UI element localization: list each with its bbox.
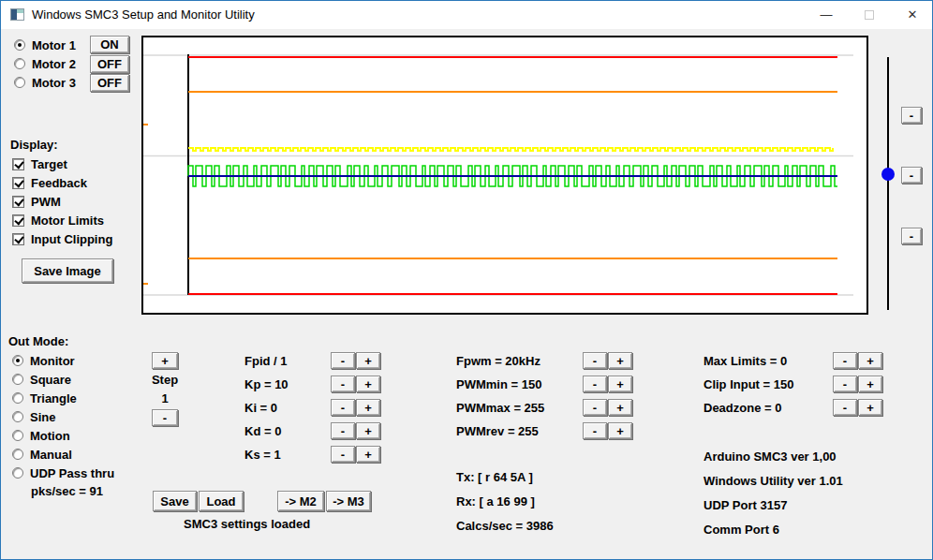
clip-input-plus-button[interactable]: + bbox=[858, 376, 882, 392]
motor2-row: Motor 2 bbox=[14, 55, 76, 72]
pwmmax-minus-button[interactable]: - bbox=[583, 399, 607, 416]
input-clipping-checkbox[interactable] bbox=[12, 233, 24, 245]
motor3-radio[interactable] bbox=[14, 77, 25, 88]
ki-plus-button[interactable]: + bbox=[356, 399, 380, 416]
kp-label: Kp = 10 bbox=[244, 377, 289, 392]
comm-port: Comm Port 6 bbox=[703, 523, 779, 538]
minimize-button[interactable]: — bbox=[805, 1, 848, 28]
out-mode-square: Square bbox=[12, 371, 71, 388]
kp-minus-button[interactable]: - bbox=[331, 376, 355, 392]
motor1-row: Motor 1 bbox=[14, 37, 76, 53]
motor2-label: Motor 2 bbox=[32, 57, 76, 71]
triangle-radio[interactable] bbox=[12, 392, 23, 404]
target-slider-track bbox=[887, 57, 889, 310]
feedback-checkbox[interactable] bbox=[12, 177, 24, 189]
kd-plus-button[interactable]: + bbox=[356, 422, 380, 439]
clip-input-label: Clip Input = 150 bbox=[703, 377, 793, 392]
triangle-label: Triangle bbox=[30, 391, 77, 405]
display-option-motor-limits: Motor Limits bbox=[12, 212, 104, 228]
clip-input-minus-button[interactable]: - bbox=[833, 376, 857, 392]
manual-radio[interactable] bbox=[12, 449, 23, 460]
deadzone-minus-button[interactable]: - bbox=[833, 399, 857, 416]
sine-radio[interactable] bbox=[12, 411, 23, 422]
rx-status: Rx: [ a 16 99 ] bbox=[456, 494, 535, 509]
pwmrev-label: PWMrev = 255 bbox=[456, 424, 539, 439]
slider-middle-minus-button[interactable]: - bbox=[901, 167, 922, 184]
step-minus-button[interactable]: - bbox=[152, 409, 178, 426]
packets-per-sec: pks/sec = 91 bbox=[31, 484, 103, 499]
udp-pass-thru-label: UDP Pass thru bbox=[30, 466, 114, 480]
fpid-minus-button[interactable]: - bbox=[331, 352, 355, 369]
arduino-version: Arduino SMC3 ver 1,00 bbox=[703, 449, 837, 464]
load-button[interactable]: Load bbox=[199, 491, 244, 511]
target-checkbox[interactable] bbox=[12, 158, 24, 170]
motor3-power-button[interactable]: OFF bbox=[90, 74, 129, 92]
udp-pass-thru-radio[interactable] bbox=[12, 467, 23, 479]
step-label: Step bbox=[148, 373, 182, 388]
feedback-label: Feedback bbox=[31, 176, 87, 190]
pwm-checkbox[interactable] bbox=[12, 196, 24, 208]
pwmrev-plus-button[interactable]: + bbox=[608, 422, 632, 439]
settings-status: SMC3 settings loaded bbox=[184, 517, 310, 532]
monitor-label: Monitor bbox=[30, 354, 75, 368]
calcs-per-sec: Calcs/sec = 3986 bbox=[456, 519, 554, 534]
ks-plus-button[interactable]: + bbox=[356, 446, 380, 463]
motor1-radio[interactable] bbox=[14, 39, 25, 51]
pwmrev-minus-button[interactable]: - bbox=[583, 422, 607, 439]
pwmmin-plus-button[interactable]: + bbox=[608, 376, 632, 392]
pwmmin-minus-button[interactable]: - bbox=[583, 376, 607, 392]
maximize-button[interactable] bbox=[848, 1, 891, 28]
deadzone-plus-button[interactable]: + bbox=[858, 399, 882, 416]
utility-version: Windows Utility ver 1.01 bbox=[703, 474, 843, 489]
motor2-power-button[interactable]: OFF bbox=[90, 55, 129, 73]
window-title: Windows SMC3 Setup and Monitor Utility bbox=[32, 1, 255, 29]
app-window: Windows SMC3 Setup and Monitor Utility —… bbox=[0, 0, 933, 560]
scope-chart bbox=[141, 36, 868, 315]
send-to-m2-button[interactable]: -> M2 bbox=[277, 491, 324, 511]
out-mode-sine: Sine bbox=[12, 408, 55, 425]
display-option-feedback: Feedback bbox=[12, 174, 87, 191]
pwmmax-plus-button[interactable]: + bbox=[608, 399, 632, 416]
app-icon bbox=[10, 8, 24, 21]
ki-label: Ki = 0 bbox=[244, 401, 277, 416]
slider-upper-minus-button[interactable]: - bbox=[901, 107, 922, 124]
send-to-m3-button[interactable]: -> M3 bbox=[326, 491, 371, 511]
close-button[interactable]: ✕ bbox=[891, 1, 933, 28]
pwm-label: PWM bbox=[31, 195, 61, 209]
target-slider-knob[interactable] bbox=[881, 168, 895, 181]
motion-radio[interactable] bbox=[12, 430, 23, 441]
monitor-radio[interactable] bbox=[12, 355, 23, 366]
close-icon: ✕ bbox=[908, 7, 918, 22]
kp-plus-button[interactable]: + bbox=[356, 376, 380, 392]
display-option-input-clipping: Input Clipping bbox=[12, 230, 112, 247]
fpwm-plus-button[interactable]: + bbox=[608, 352, 632, 369]
kd-minus-button[interactable]: - bbox=[331, 422, 355, 439]
out-mode-monitor: Monitor bbox=[12, 352, 75, 369]
ki-minus-button[interactable]: - bbox=[331, 399, 355, 416]
slider-lower-minus-button[interactable]: - bbox=[901, 228, 922, 244]
motion-label: Motion bbox=[30, 429, 70, 443]
out-mode-udp: UDP Pass thru bbox=[12, 464, 114, 481]
max-limits-minus-button[interactable]: - bbox=[833, 352, 857, 369]
motor2-radio[interactable] bbox=[14, 58, 25, 69]
motor1-power-button[interactable]: ON bbox=[90, 36, 129, 53]
step-value: 1 bbox=[148, 391, 182, 406]
maximize-icon bbox=[865, 10, 874, 20]
fpid-plus-button[interactable]: + bbox=[356, 352, 380, 369]
pwmmax-label: PWMmax = 255 bbox=[456, 401, 544, 416]
scope-traces bbox=[143, 37, 866, 313]
sine-label: Sine bbox=[30, 410, 55, 424]
step-plus-button[interactable]: + bbox=[152, 352, 178, 369]
save-button[interactable]: Save bbox=[153, 491, 197, 511]
udp-port: UDP Port 3157 bbox=[703, 498, 787, 513]
square-radio[interactable] bbox=[12, 374, 23, 385]
max-limits-plus-button[interactable]: + bbox=[858, 352, 882, 369]
fpwm-label: Fpwm = 20kHz bbox=[456, 354, 541, 369]
display-option-target: Target bbox=[12, 155, 67, 172]
save-image-button[interactable]: Save Image bbox=[22, 258, 113, 283]
kd-label: Kd = 0 bbox=[244, 424, 281, 439]
ks-minus-button[interactable]: - bbox=[331, 446, 355, 463]
motor-limits-checkbox[interactable] bbox=[12, 214, 24, 227]
fpwm-minus-button[interactable]: - bbox=[583, 352, 607, 369]
ks-label: Ks = 1 bbox=[244, 448, 281, 463]
